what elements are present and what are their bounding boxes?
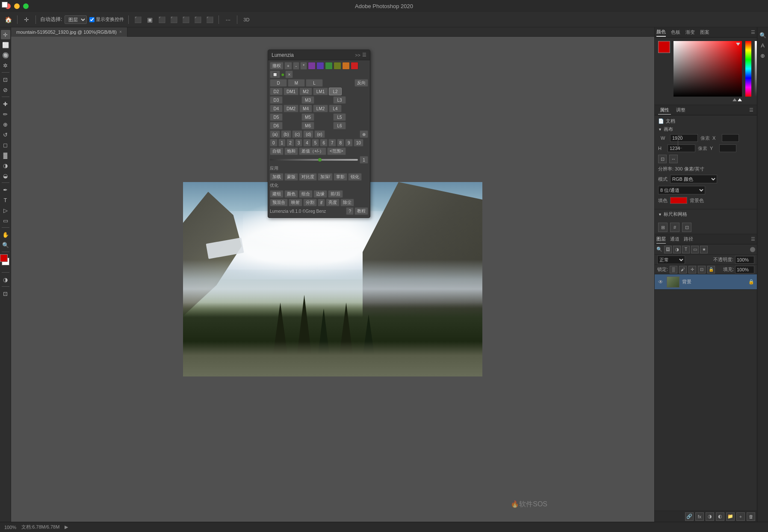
lum-num-6[interactable]: 6 xyxy=(320,139,328,147)
tab-layers[interactable]: 图层 xyxy=(656,235,666,244)
foreground-color-swatch[interactable] xyxy=(658,41,670,53)
filter-type[interactable]: T xyxy=(682,246,690,253)
lum-lm2-btn[interactable]: LM2 xyxy=(313,105,328,112)
tab-color[interactable]: 颜色 xyxy=(656,28,666,37)
lum-blend-btn[interactable]: 预混合 xyxy=(270,199,288,206)
lum-edge-btn[interactable]: 边缘 xyxy=(313,190,327,198)
file-tab-close[interactable]: × xyxy=(119,29,122,34)
file-tab[interactable]: mountain-5195052_1920.jpg @ 100%(RGB/8/8… xyxy=(11,27,127,37)
lum-l4-btn[interactable]: L4 xyxy=(329,105,342,112)
filter-pixel[interactable]: 🖼 xyxy=(664,246,672,253)
eraser-tool[interactable]: ◻ xyxy=(1,140,10,150)
lum-dm1-btn[interactable]: DM1 xyxy=(284,88,298,95)
tab-channels[interactable]: 通道 xyxy=(670,235,679,243)
filter-toggle[interactable] xyxy=(750,247,755,252)
lum-d5-btn[interactable]: D5 xyxy=(270,113,283,121)
lum-lm1-btn[interactable]: LM1 xyxy=(313,88,328,95)
lum-color-purple[interactable] xyxy=(316,62,324,70)
lum-preset-d[interactable]: (d) xyxy=(303,130,313,138)
opacity-input[interactable] xyxy=(735,256,754,264)
align-right-icon[interactable]: ⬛ xyxy=(157,15,166,24)
lum-num-5[interactable]: 5 xyxy=(312,139,319,147)
add-style-btn[interactable]: fx xyxy=(695,512,704,521)
lum-num-9[interactable]: 9 xyxy=(345,139,353,147)
search-icon-far[interactable]: 🔍 xyxy=(759,31,767,39)
lum-d3-btn[interactable]: D3 xyxy=(270,96,283,104)
lum-front-btn[interactable]: 前/后 xyxy=(328,190,343,198)
lum-l-btn[interactable]: L xyxy=(306,79,323,87)
move-tool[interactable]: ✛ xyxy=(1,30,10,39)
lum-l2-btn[interactable]: L2 xyxy=(329,88,342,95)
lum-d4-btn[interactable]: D4 xyxy=(270,105,283,112)
maximize-button[interactable] xyxy=(23,3,29,9)
lum-denoise-btn[interactable]: 除尘 xyxy=(340,199,354,206)
new-layer-btn[interactable]: + xyxy=(736,512,745,521)
align-bottom-icon[interactable]: ⬛ xyxy=(205,15,214,24)
lum-m-btn[interactable]: M xyxy=(288,79,305,87)
lum-m2-btn[interactable]: M2 xyxy=(299,88,312,95)
lum-num-3[interactable]: 3 xyxy=(295,139,303,147)
link-layers-btn[interactable]: 🔗 xyxy=(685,512,694,521)
fg-color-swatch[interactable] xyxy=(0,254,8,262)
lum-d2-btn[interactable]: D2 xyxy=(270,88,283,95)
lock-image-pixels[interactable]: 🖌 xyxy=(679,266,687,273)
layers-menu-icon[interactable]: ☰ xyxy=(751,236,755,242)
tab-paths[interactable]: 路径 xyxy=(684,235,693,243)
ruler-section-header[interactable]: ▼ 标尺和网格 xyxy=(655,209,757,219)
dodge-tool[interactable]: ◒ xyxy=(1,171,10,180)
lasso-tool[interactable]: 🔘 xyxy=(1,50,10,60)
lum-m4-btn[interactable]: M4 xyxy=(299,105,312,112)
brush-tool[interactable]: ✏ xyxy=(1,109,10,119)
lum-mult-btn[interactable]: * xyxy=(300,62,307,70)
ruler-icon-1[interactable]: ⊞ xyxy=(658,223,668,232)
lum-dm2-btn[interactable]: DM2 xyxy=(284,105,298,112)
lum-num-1[interactable]: 1 xyxy=(278,139,286,147)
lum-color-orange[interactable] xyxy=(342,62,350,70)
status-arrow[interactable]: ▶ xyxy=(65,524,68,530)
tab-swatches[interactable]: 色板 xyxy=(671,28,680,36)
lum-slider[interactable] xyxy=(270,159,358,161)
lum-m6-btn[interactable]: M6 xyxy=(301,122,314,129)
tab-patterns[interactable]: 图案 xyxy=(700,28,709,36)
clone-stamp-tool[interactable]: ⊕ xyxy=(1,120,10,129)
crop-action-icon[interactable]: ⊡ xyxy=(658,155,667,163)
panel-menu-icon[interactable]: ☰ xyxy=(751,29,755,35)
lum-shadow-btn[interactable]: 掌影 xyxy=(334,173,347,181)
learning-panel-icon[interactable]: A xyxy=(759,41,767,50)
lum-plus-btn[interactable]: + xyxy=(284,62,292,70)
lumenzia-expand-icon[interactable]: >> xyxy=(355,53,360,58)
lum-invert-btn[interactable]: 反向 xyxy=(354,79,368,87)
lum-diff-btn[interactable]: 差值（+/-） xyxy=(299,147,326,155)
filter-shape[interactable]: ▭ xyxy=(691,246,699,253)
lum-num-7[interactable]: 7 xyxy=(328,139,336,147)
lum-preset-b[interactable]: (b) xyxy=(281,130,291,138)
lum-preset-a[interactable]: (a) xyxy=(270,130,280,138)
lum-build-btn[interactable]: 建组 xyxy=(270,190,284,198)
lum-l3-btn[interactable]: L3 xyxy=(333,96,346,104)
magic-wand-tool[interactable]: ✲ xyxy=(1,61,10,70)
3d-mode-icon[interactable]: 3D xyxy=(242,15,251,24)
lum-group-btn[interactable]: 组合 xyxy=(299,190,313,198)
lum-eyedropper-btn[interactable]: 🔲 xyxy=(270,71,280,78)
add-mask-btn[interactable]: ◑ xyxy=(706,512,714,521)
layer-item-background[interactable]: 👁 背景 🔒 xyxy=(655,274,757,290)
marquee-tool[interactable]: ⬜ xyxy=(1,40,10,50)
lum-l5-btn[interactable]: L5 xyxy=(333,113,346,121)
lum-m3-btn[interactable]: M3 xyxy=(301,96,314,104)
lum-contrast-btn[interactable]: 对比度 xyxy=(299,173,317,181)
crop-tool[interactable]: ⊡ xyxy=(1,75,10,84)
depth-dropdown[interactable]: 8 位/通道 xyxy=(658,186,705,194)
filter-smart[interactable]: ★ xyxy=(700,246,708,253)
plugins-icon[interactable]: ⊕ xyxy=(759,51,767,60)
hand-tool[interactable]: ✋ xyxy=(1,230,10,239)
move-tool-icon[interactable]: ✛ xyxy=(22,15,31,24)
new-group-btn[interactable]: 📁 xyxy=(726,512,735,521)
props-menu-icon[interactable]: ☰ xyxy=(749,107,753,113)
lum-reflect-btn[interactable]: 映射 xyxy=(289,199,302,206)
lum-color-red[interactable] xyxy=(351,62,358,70)
lum-range-btn[interactable]: <范围> xyxy=(327,147,346,155)
align-center-icon[interactable]: ▣ xyxy=(145,15,154,24)
lum-basic-btn[interactable]: 蒙版 xyxy=(284,173,298,181)
tab-adjustments[interactable]: 调整 xyxy=(674,106,687,114)
ruler-icon-3[interactable]: ⊡ xyxy=(682,223,691,232)
